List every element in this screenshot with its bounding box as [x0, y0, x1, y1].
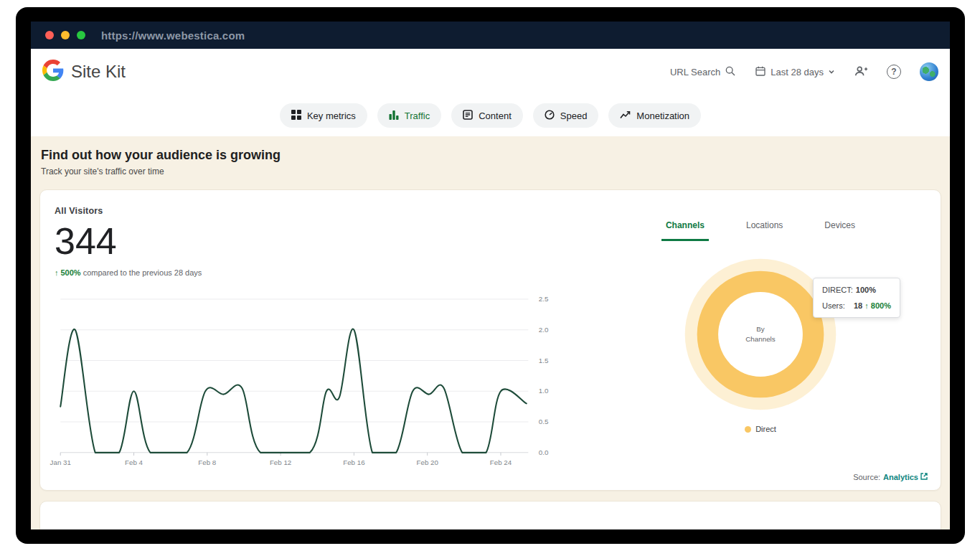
date-range-label: Last 28 days: [771, 67, 824, 77]
site-kit-brand: Site Kit: [42, 60, 126, 84]
donut-center-line2: Channels: [745, 335, 775, 343]
content-icon: [463, 110, 473, 122]
tooltip-users-label: Users:: [822, 301, 845, 310]
tab-monetization[interactable]: Monetization: [608, 103, 701, 128]
bar-chart-icon: [389, 110, 399, 122]
analytics-link-label: Analytics: [883, 473, 918, 481]
donut-legend: Direct: [745, 425, 776, 433]
source-attribution: Source: Analytics: [853, 473, 928, 481]
search-icon: [725, 65, 736, 79]
tooltip-up-arrow-icon: ↑: [864, 301, 869, 310]
person-add-icon: [854, 65, 868, 80]
legend-dot-direct: [745, 426, 751, 433]
tab-speed[interactable]: Speed: [533, 103, 599, 128]
analytics-source-link[interactable]: Analytics: [883, 473, 928, 481]
visitors-line-chart: 0.00.51.01.52.02.5Jan 31Feb 4Feb 8Feb 12…: [55, 288, 571, 469]
visitors-summary-column: All Visitors 344 ↑ 500% compared to the …: [40, 190, 580, 490]
external-link-icon: [920, 473, 928, 481]
url-search-control[interactable]: URL Search: [670, 65, 736, 79]
chevron-down-icon: [828, 67, 835, 77]
donut-tooltip: DIRECT: 100% Users: 18 ↑ 800%: [813, 278, 900, 318]
tooltip-channel-value: 100%: [856, 286, 876, 294]
tooltip-users-value: 18: [854, 301, 862, 310]
visitors-metric-value: 344: [55, 222, 580, 261]
google-logo-icon: [42, 60, 64, 84]
tab-key-metrics-label: Key metrics: [307, 110, 356, 121]
svg-text:Jan 31: Jan 31: [50, 458, 71, 466]
channels-donut-chart[interactable]: By Channels: [677, 251, 844, 418]
channels-panel-tabs: Channels Locations Devices: [661, 220, 859, 241]
all-visitors-card: All Visitors 344 ↑ 500% compared to the …: [39, 189, 941, 491]
address-bar-url[interactable]: https://www.webestica.com: [101, 29, 245, 42]
svg-text:Feb 12: Feb 12: [270, 458, 291, 466]
site-kit-page: Site Kit URL Search Last 28 days: [31, 49, 950, 529]
svg-text:2.0: 2.0: [539, 325, 549, 333]
trend-up-icon: [620, 110, 631, 122]
svg-text:Feb 8: Feb 8: [198, 458, 216, 466]
tab-devices[interactable]: Devices: [820, 220, 859, 241]
calendar-icon: [755, 65, 766, 79]
speedometer-icon: [545, 110, 555, 122]
legend-label-direct: Direct: [755, 425, 776, 433]
brand-title: Site Kit: [71, 62, 126, 82]
tab-content[interactable]: Content: [451, 103, 523, 128]
visitors-change-value: 500%: [61, 268, 81, 277]
section-subtitle: Track your site's traffic over time: [41, 166, 940, 176]
svg-text:1.0: 1.0: [539, 387, 549, 395]
source-label: Source:: [853, 473, 880, 481]
site-kit-header: Site Kit URL Search Last 28 days: [31, 49, 950, 95]
svg-text:0.5: 0.5: [539, 418, 549, 425]
help-button[interactable]: ?: [887, 65, 901, 79]
browser-title-bar: https://www.webestica.com: [31, 22, 950, 49]
section-title: Find out how your audience is growing: [41, 148, 940, 163]
tooltip-users-change: 800%: [871, 301, 891, 310]
up-arrow-icon: ↑: [55, 268, 59, 277]
tab-channels[interactable]: Channels: [661, 220, 709, 241]
svg-text:Feb 16: Feb 16: [343, 458, 364, 466]
grid-icon: [291, 110, 301, 122]
add-user-button[interactable]: [854, 65, 868, 80]
svg-text:Feb 20: Feb 20: [416, 458, 438, 466]
section-hero: Find out how your audience is growing Tr…: [39, 136, 941, 189]
channels-panel: Channels Locations Devices By Channels: [580, 190, 941, 490]
svg-text:2.5: 2.5: [539, 295, 549, 303]
visitors-change-line: ↑ 500% compared to the previous 28 days: [55, 268, 580, 277]
tab-locations[interactable]: Locations: [742, 220, 787, 241]
user-avatar[interactable]: [920, 62, 938, 81]
dashboard-nav-tabs: Key metrics Traffic Content Speed: [31, 95, 950, 136]
minimize-window-button[interactable]: [61, 31, 70, 39]
svg-text:1.5: 1.5: [539, 356, 549, 364]
question-mark-icon: ?: [887, 65, 901, 79]
url-search-label: URL Search: [670, 67, 720, 77]
next-widget-card: [39, 501, 941, 529]
tab-monetization-label: Monetization: [636, 110, 689, 121]
tab-traffic[interactable]: Traffic: [377, 103, 441, 128]
date-range-selector[interactable]: Last 28 days: [755, 65, 835, 79]
browser-window-frame: https://www.webestica.com Site Kit URL S…: [16, 7, 965, 544]
svg-text:Feb 4: Feb 4: [125, 458, 143, 466]
tab-speed-label: Speed: [560, 110, 588, 121]
traffic-section: Find out how your audience is growing Tr…: [31, 136, 950, 529]
tooltip-channel-label: DIRECT:: [822, 286, 853, 294]
svg-text:0.0: 0.0: [539, 448, 549, 456]
close-window-button[interactable]: [45, 31, 54, 39]
tab-content-label: Content: [479, 110, 512, 121]
tab-key-metrics[interactable]: Key metrics: [280, 103, 367, 128]
visitors-metric-label: All Visitors: [55, 206, 580, 216]
maximize-window-button[interactable]: [77, 31, 85, 39]
svg-text:Feb 24: Feb 24: [490, 458, 512, 466]
donut-center-line1: By: [756, 325, 765, 333]
visitors-change-note: compared to the previous 28 days: [83, 268, 202, 277]
tab-traffic-label: Traffic: [405, 110, 430, 121]
